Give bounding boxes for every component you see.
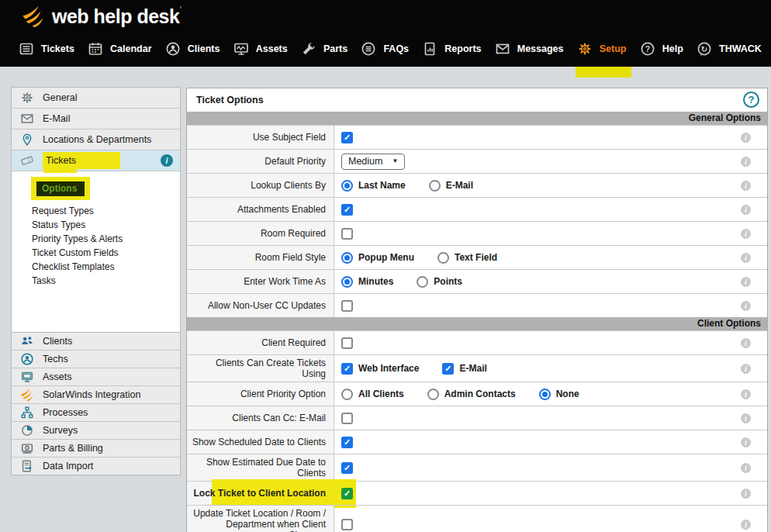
help-icon[interactable]: ? (743, 92, 759, 108)
radio-selected[interactable] (341, 180, 353, 192)
app-logo[interactable]: web help desk’ (20, 5, 182, 28)
nav-item-assets[interactable]: Assets (233, 41, 288, 57)
sidebar-subitem-options[interactable]: Options (36, 181, 85, 196)
row-label-text: Update Ticket Location / Room / Departme… (192, 508, 326, 532)
radio-unselected[interactable] (427, 389, 439, 400)
info-icon[interactable]: i (741, 253, 751, 263)
checkbox-unchecked[interactable] (341, 337, 353, 349)
radio-selected[interactable] (341, 276, 353, 288)
nav-item-clients[interactable]: Clients (165, 41, 220, 57)
sidebar-item-label: Assets (43, 371, 72, 382)
sidebar-item-surveys[interactable]: Surveys (12, 421, 180, 439)
nav-item-messages[interactable]: Messages (495, 41, 564, 57)
sidebar-subitem-status-types[interactable]: Status Types (12, 218, 180, 232)
sidebar-item-locations-departments[interactable]: Locations & Departments (12, 129, 180, 150)
sidebar-item-general[interactable]: General (12, 87, 180, 108)
sidebar-item-assets[interactable]: Assets (12, 368, 180, 385)
checkbox-unchecked[interactable] (341, 300, 353, 312)
nav-label: Parts (323, 43, 347, 54)
info-icon[interactable]: i (741, 157, 751, 167)
radio-selected[interactable] (539, 389, 551, 400)
checkbox-unchecked[interactable] (341, 228, 353, 240)
row-control (334, 506, 741, 532)
row-label: Client Required (187, 331, 334, 354)
sidebar-item-processes[interactable]: Processes (12, 403, 180, 421)
radio-selected[interactable] (341, 252, 353, 264)
radio-unselected[interactable] (341, 389, 353, 400)
panel-body: General OptionsUse Subject Field✓iDefaul… (187, 112, 767, 532)
sidebar-item-clients[interactable]: Clients (12, 332, 180, 350)
nav-item-calendar[interactable]: Calendar (88, 41, 152, 57)
checkbox-checked[interactable]: ✓ (341, 437, 353, 448)
row-control (334, 331, 741, 354)
info-icon[interactable]: i (741, 389, 751, 399)
radio-unselected[interactable] (437, 252, 449, 264)
row-info-cell: i (741, 482, 767, 505)
checkbox-checked[interactable]: ✓ (341, 204, 353, 216)
radio-unselected[interactable] (429, 180, 441, 192)
nav-item-tickets[interactable]: Tickets (19, 41, 74, 57)
checkbox-checked[interactable]: ✓ (341, 462, 353, 474)
info-icon[interactable]: i (741, 520, 751, 530)
row-label-text: Default Priority (264, 156, 326, 167)
sidebar-subitem-request-types[interactable]: Request Types (12, 204, 180, 218)
option-label: E-Mail (446, 180, 473, 191)
sidebar-item-data-import[interactable]: Data Import (12, 457, 180, 475)
section-header-general-options: General Options (187, 112, 767, 125)
nav-label: Help (662, 43, 683, 54)
checkbox-checked[interactable]: ✓ (341, 363, 353, 375)
info-icon[interactable]: i (741, 229, 751, 239)
sidebar-top-group: GeneralE-MailLocations & DepartmentsTick… (12, 87, 180, 171)
info-icon[interactable]: i (741, 277, 751, 287)
info-icon[interactable]: i (741, 338, 751, 348)
org-chart-icon (20, 406, 34, 420)
radio-option-text-field: Text Field (437, 252, 497, 264)
info-icon[interactable]: i (741, 301, 751, 311)
sidebar-subitem-checklist-templates[interactable]: Checklist Templates (12, 260, 180, 274)
nav-item-help[interactable]: ?Help (640, 41, 683, 57)
nav-item-parts[interactable]: Parts (301, 41, 347, 57)
row-control: ✓ (334, 126, 741, 149)
sidebar-subitem-tasks[interactable]: Tasks (12, 274, 180, 288)
sidebar-item-solarwinds-integration[interactable]: SolarWinds Integration (12, 385, 180, 403)
nav-item-reports[interactable]: Reports (422, 41, 481, 57)
checkbox-unchecked[interactable] (341, 519, 353, 530)
checkbox-checked[interactable]: ✓ (341, 488, 353, 499)
checkbox-checked[interactable]: ✓ (442, 363, 454, 375)
radio-unselected[interactable] (417, 276, 428, 288)
sidebar-item-tickets[interactable]: Ticketsi (12, 150, 180, 171)
row-label-text: Use Subject Field (253, 132, 326, 143)
monitor-icon (20, 370, 34, 384)
parts-box-icon (20, 441, 34, 455)
faq-circle-icon (361, 41, 376, 57)
info-icon[interactable]: i (741, 364, 751, 374)
info-badge-icon[interactable]: i (161, 154, 173, 167)
row-info-cell: i (741, 222, 767, 245)
info-icon[interactable]: i (741, 205, 751, 215)
sidebar-subitem-ticket-custom-fields[interactable]: Ticket Custom Fields (12, 246, 180, 260)
info-icon[interactable]: i (741, 413, 751, 423)
sidebar-item-e-mail[interactable]: E-Mail (12, 108, 180, 129)
sidebar-subitem-priority-types-alerts[interactable]: Priority Types & Alerts (12, 232, 180, 246)
nav-item-setup[interactable]: Setup (577, 41, 627, 57)
row-label-text: Lock Ticket to Client Location (194, 488, 326, 499)
select-default-priority[interactable]: Medium▼ (341, 154, 405, 170)
sidebar-item-parts-billing[interactable]: Parts & Billing (12, 439, 180, 457)
nav-item-thwack[interactable]: ↻THWACK (697, 41, 762, 57)
info-icon[interactable]: i (741, 181, 751, 191)
info-icon[interactable]: i (741, 133, 751, 143)
info-icon[interactable]: i (741, 489, 751, 499)
nav-item-faqs[interactable]: FAQs (361, 41, 409, 57)
nav-label: Messages (517, 43, 564, 54)
nav-label: Tickets (41, 43, 74, 54)
checkbox-unchecked[interactable] (341, 413, 353, 424)
option-label: Admin Contacts (444, 389, 516, 399)
info-icon[interactable]: i (741, 463, 751, 473)
radio-option-points: Points (417, 276, 462, 288)
row-control: ✓ (334, 198, 741, 221)
checkbox-checked[interactable]: ✓ (341, 132, 353, 143)
sidebar-item-techs[interactable]: Techs (12, 350, 180, 368)
row-control: ✓ (334, 454, 741, 481)
info-icon[interactable]: i (741, 437, 751, 447)
setup-highlight-annotation (576, 67, 631, 78)
